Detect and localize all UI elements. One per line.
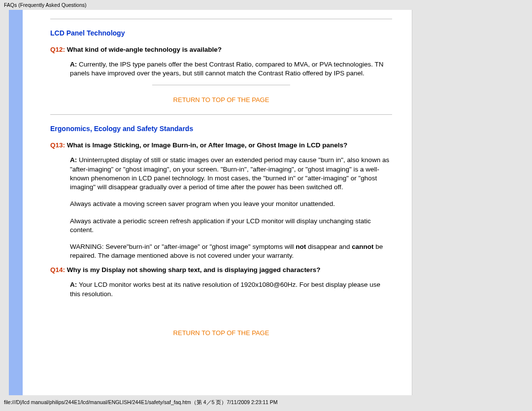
page-background: LCD Panel Technology Q12: What kind of w… [0,10,532,395]
a12-text: Currently, the IPS type panels offer the… [70,61,384,77]
q14-text: Why is my Display not showing sharp text… [65,266,320,274]
section-heading-lcd: LCD Panel Technology [50,29,392,37]
q14-label: Q14: [50,266,65,274]
return-to-top-link[interactable]: RETURN TO TOP OF THE PAGE [50,96,392,103]
a13-warning: WARNING: Severe"burn-in" or "after-image… [70,242,392,260]
faq-a13: A: Uninterrupted display of still or sta… [70,156,392,260]
q13-text: What is Image Sticking, or Image Burn-in… [65,141,347,149]
a14-text: Your LCD monitor works best at its nativ… [70,281,380,297]
a13-p2: Always activate a moving screen saver pr… [70,200,392,208]
faq-q12: Q12: What kind of wide-angle technology … [50,46,392,53]
a13-text: Uninterrupted display of still or static… [70,156,389,191]
page-frame: LCD Panel Technology Q12: What kind of w… [9,10,412,395]
warn-b: disappear and [306,243,352,250]
spacer [50,305,392,318]
q12-label: Q12: [50,46,65,53]
doc-header: FAQs (Frequently Asked Questions) [0,0,532,10]
q13-label: Q13: [50,141,65,149]
faq-q13: Q13: What is Image Sticking, or Image Bu… [50,141,392,149]
section-heading-ergonomics: Ergonomics, Ecology and Safety Standards [50,125,392,133]
a13-label: A: [70,156,79,164]
divider [50,19,392,19]
faq-a12: A: Currently, the IPS type panels offer … [70,60,392,78]
q12-text: What kind of wide-angle technology is av… [65,46,222,53]
page-content: LCD Panel Technology Q12: What kind of w… [23,10,412,362]
a12-label: A: [70,61,79,68]
warn-not: not [296,243,306,250]
doc-header-title: FAQs (Frequently Asked Questions) [4,2,87,8]
a13-p3: Always activate a periodic screen refres… [70,217,392,235]
doc-footer: file:///D|/lcd manual/philips/244E1/lcd/… [0,395,532,406]
warn-cannot: cannot [352,243,373,250]
divider [50,114,392,115]
faq-a14: A: Your LCD monitor works best at its na… [70,280,392,298]
warn-a: WARNING: Severe"burn-in" or "after-image… [70,243,296,250]
footer-text: file:///D|/lcd manual/philips/244E1/lcd/… [4,399,278,405]
a14-label: A: [70,281,79,288]
faq-q14: Q14: Why is my Display not showing sharp… [50,266,392,274]
return-to-top-link[interactable]: RETURN TO TOP OF THE PAGE [50,329,392,337]
divider-mid [152,85,290,85]
